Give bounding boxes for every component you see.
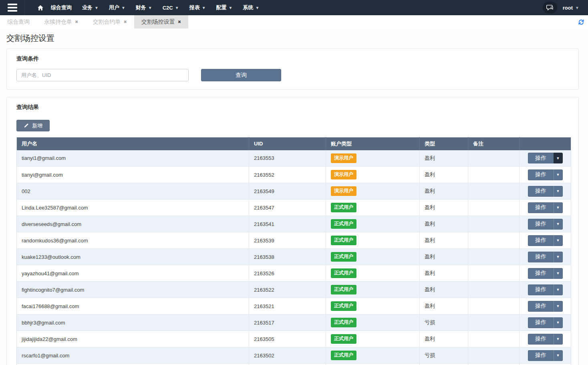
uid-cell: 2163522 bbox=[249, 282, 326, 298]
nav-menu-item[interactable]: 业务 ▼ bbox=[77, 0, 104, 15]
action-dropdown-toggle[interactable]: ▼ bbox=[554, 268, 563, 279]
account-type-cell: 正式用户 bbox=[326, 216, 420, 232]
query-panel-title: 查询条件 bbox=[16, 55, 569, 63]
action-dropdown-toggle[interactable]: ▼ bbox=[554, 317, 563, 328]
uid-cell: 2163552 bbox=[249, 167, 326, 183]
action-button[interactable]: 操作 bbox=[528, 284, 554, 295]
col-header-username: 用户名 bbox=[17, 137, 249, 150]
table-row: facai176688@gmail.com 2163521 正式用户 盈利 操作… bbox=[17, 298, 571, 315]
account-type-cell: 演示用户 bbox=[326, 150, 420, 167]
account-type-badge: 正式用户 bbox=[331, 219, 356, 229]
username-cell: facai176688@gmail.com bbox=[17, 298, 249, 315]
tab[interactable]: 综合查询 bbox=[0, 15, 37, 28]
type-cell: 盈利 bbox=[420, 183, 468, 200]
action-dropdown-toggle[interactable]: ▼ bbox=[554, 334, 563, 345]
account-type-cell: 正式用户 bbox=[326, 331, 420, 347]
account-type-badge: 正式用户 bbox=[331, 334, 356, 344]
nav-menu-item-label: 报表 bbox=[189, 4, 200, 11]
tab[interactable]: 永续持仓单 ✖ bbox=[37, 15, 85, 28]
user-menu[interactable]: root ▼ bbox=[563, 5, 579, 11]
action-button[interactable]: 操作 bbox=[528, 202, 554, 213]
sidebar-toggle-icon[interactable] bbox=[0, 0, 25, 15]
nav-menu-item-label: 财务 bbox=[136, 4, 146, 11]
refresh-icon[interactable] bbox=[577, 18, 586, 26]
action-dropdown-toggle[interactable]: ▼ bbox=[554, 301, 563, 312]
nav-menu-item[interactable]: 系统 ▼ bbox=[238, 0, 264, 15]
action-dropdown-toggle[interactable]: ▼ bbox=[554, 202, 563, 213]
account-type-badge: 正式用户 bbox=[331, 268, 356, 278]
action-button[interactable]: 操作 bbox=[528, 334, 554, 345]
chat-icon bbox=[546, 5, 554, 10]
account-type-cell: 正式用户 bbox=[326, 249, 420, 265]
uid-cell: 2163502 bbox=[249, 347, 326, 364]
nav-menu-item[interactable]: 配置 ▼ bbox=[211, 0, 238, 15]
type-cell: 亏损 bbox=[420, 347, 468, 364]
pencil-icon bbox=[24, 123, 29, 128]
uid-cell: 2163539 bbox=[249, 232, 326, 249]
actions-cell: 操作 ▼ bbox=[520, 364, 571, 365]
nav-menu-item-label: 综合查询 bbox=[51, 4, 72, 11]
account-type-badge: 正式用户 bbox=[331, 236, 356, 245]
type-cell: 盈利 bbox=[420, 150, 468, 167]
action-button[interactable]: 操作 bbox=[528, 350, 554, 361]
action-button[interactable]: 操作 bbox=[528, 153, 554, 163]
note-cell bbox=[468, 249, 520, 265]
search-input[interactable] bbox=[16, 69, 189, 81]
uid-cell: 2163526 bbox=[249, 265, 326, 282]
action-button[interactable]: 操作 bbox=[528, 235, 554, 246]
nav-menu-item[interactable]: C2C ▼ bbox=[157, 0, 184, 15]
actions-cell: 操作 ▼ bbox=[520, 150, 571, 167]
uid-cell: 2163521 bbox=[249, 298, 326, 315]
action-button[interactable]: 操作 bbox=[528, 317, 554, 328]
chevron-down-icon: ▼ bbox=[556, 222, 560, 226]
results-panel-title: 查询结果 bbox=[16, 104, 569, 111]
action-button[interactable]: 操作 bbox=[528, 268, 554, 279]
action-dropdown-toggle[interactable]: ▼ bbox=[554, 350, 563, 361]
account-type-badge: 演示用户 bbox=[331, 170, 356, 179]
actions-cell: 操作 ▼ bbox=[520, 298, 571, 315]
action-button[interactable]: 操作 bbox=[528, 252, 554, 262]
tab[interactable]: 交割合约单 ✖ bbox=[85, 15, 134, 28]
close-icon[interactable]: ✖ bbox=[123, 20, 127, 24]
table-row: tianyi1@gmail.com 2163553 演示用户 盈利 操作 ▼ bbox=[17, 150, 571, 167]
chevron-down-icon: ▼ bbox=[556, 321, 560, 325]
type-cell: 盈利 bbox=[420, 216, 468, 232]
uid-cell: 2163549 bbox=[249, 183, 326, 200]
actions-cell: 操作 ▼ bbox=[520, 167, 571, 183]
messages-button[interactable] bbox=[543, 2, 557, 14]
nav-menu-item[interactable]: 综合查询 bbox=[46, 0, 77, 15]
action-dropdown-toggle[interactable]: ▼ bbox=[554, 186, 563, 197]
action-dropdown-toggle[interactable]: ▼ bbox=[554, 219, 563, 230]
close-icon[interactable]: ✖ bbox=[75, 20, 78, 24]
username-cell: Linda.Lee32587@gmail.com bbox=[17, 200, 249, 216]
chevron-down-icon: ▼ bbox=[556, 271, 560, 275]
actions-cell: 操作 ▼ bbox=[520, 249, 571, 265]
nav-menu-item[interactable]: 报表 ▼ bbox=[184, 0, 211, 15]
nav-menu-item[interactable]: 财务 ▼ bbox=[131, 0, 157, 15]
action-button[interactable]: 操作 bbox=[528, 169, 554, 180]
search-button[interactable]: 查询 bbox=[201, 69, 281, 81]
actions-cell: 操作 ▼ bbox=[520, 315, 571, 331]
action-dropdown-toggle[interactable]: ▼ bbox=[554, 169, 563, 180]
action-dropdown-toggle[interactable]: ▼ bbox=[554, 284, 563, 295]
action-button[interactable]: 操作 bbox=[528, 219, 554, 230]
action-button[interactable]: 操作 bbox=[528, 301, 554, 312]
nav-menu-item[interactable]: 用户 ▼ bbox=[104, 0, 131, 15]
uid-cell: 2163517 bbox=[249, 315, 326, 331]
action-dropdown-toggle[interactable]: ▼ bbox=[554, 252, 563, 262]
note-cell bbox=[468, 331, 520, 347]
results-table: 用户名 UID 账户类型 类型 备注 tianyi1@gmail.com 216… bbox=[16, 137, 571, 365]
action-dropdown-toggle[interactable]: ▼ bbox=[554, 235, 563, 246]
type-cell: 盈利 bbox=[420, 265, 468, 282]
action-dropdown-toggle[interactable]: ▼ bbox=[554, 153, 563, 163]
table-row: fightincognito7@gmail.com 2163522 正式用户 盈… bbox=[17, 282, 571, 298]
username-cell: fightincognito7@gmail.com bbox=[17, 282, 249, 298]
home-icon[interactable] bbox=[32, 0, 46, 15]
chevron-down-icon: ▼ bbox=[175, 6, 179, 10]
action-button[interactable]: 操作 bbox=[528, 186, 554, 197]
add-button[interactable]: 新增 bbox=[16, 120, 50, 131]
uid-cell: 2163547 bbox=[249, 200, 326, 216]
close-icon[interactable]: ✖ bbox=[178, 20, 181, 24]
account-type-cell: 正式用户 bbox=[326, 315, 420, 331]
tab[interactable]: 交割场控设置 ✖ bbox=[134, 15, 188, 28]
